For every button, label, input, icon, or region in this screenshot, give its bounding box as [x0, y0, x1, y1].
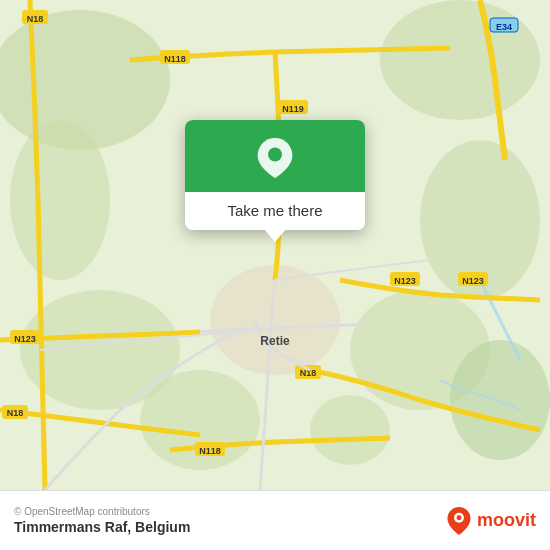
svg-point-7 — [10, 120, 110, 280]
map-background: N18 N18 N18 N118 N118 N119 N123 N123 N12… — [0, 0, 550, 490]
copyright-text: © OpenStreetMap contributors — [14, 506, 190, 517]
svg-text:N123: N123 — [14, 334, 36, 344]
moovit-pin-icon — [445, 507, 473, 535]
location-pin-icon — [255, 138, 295, 178]
bottom-info: © OpenStreetMap contributors Timmermans … — [14, 506, 190, 535]
svg-point-8 — [450, 340, 550, 460]
moovit-logo: moovit — [445, 507, 536, 535]
popup-arrow — [263, 228, 287, 242]
take-me-there-button[interactable]: Take me there — [227, 202, 322, 219]
location-popup: Take me there — [185, 120, 365, 230]
svg-text:E34: E34 — [496, 22, 512, 32]
svg-text:N118: N118 — [164, 54, 186, 64]
popup-footer[interactable]: Take me there — [185, 192, 365, 230]
svg-text:N123: N123 — [394, 276, 416, 286]
svg-text:N118: N118 — [199, 446, 221, 456]
map-container: N18 N18 N18 N118 N118 N119 N123 N123 N12… — [0, 0, 550, 490]
bottom-bar: © OpenStreetMap contributors Timmermans … — [0, 490, 550, 550]
svg-point-34 — [457, 515, 462, 520]
svg-text:N18: N18 — [27, 14, 44, 24]
popup-header — [185, 120, 365, 192]
svg-point-32 — [268, 148, 282, 162]
location-title: Timmermans Raf, Belgium — [14, 519, 190, 535]
moovit-brand-text: moovit — [477, 510, 536, 531]
svg-text:N18: N18 — [7, 408, 24, 418]
svg-text:N119: N119 — [282, 104, 304, 114]
svg-point-9 — [310, 395, 390, 465]
svg-text:Retie: Retie — [260, 334, 290, 348]
svg-text:N123: N123 — [462, 276, 484, 286]
